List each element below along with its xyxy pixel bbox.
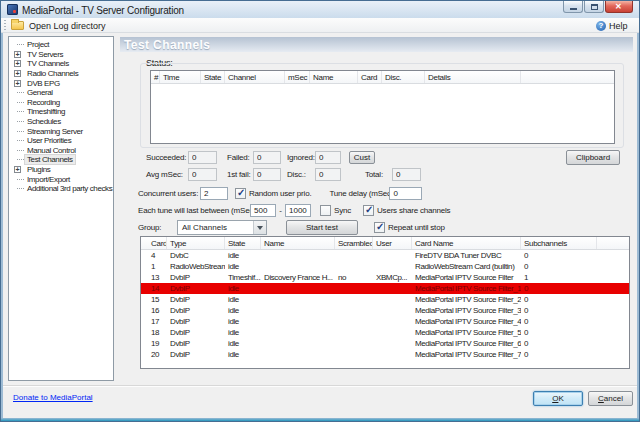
column-header[interactable]: mSec (285, 71, 310, 83)
users-share-channels-checkbox[interactable] (363, 205, 374, 216)
column-header[interactable]: Details (425, 71, 521, 83)
column-header[interactable]: Disc. (382, 71, 425, 83)
tree-item-import-export[interactable]: Import/Export (14, 174, 113, 184)
tree-item-dvb-epg[interactable]: +DVB EPG (14, 78, 113, 88)
help-label: Help (609, 21, 628, 31)
column-header[interactable] (521, 71, 614, 83)
card-row[interactable]: 18DvbIPidleMediaPortal IPTV Source Filte… (141, 327, 629, 338)
card-row[interactable]: 15DvbIPidleMediaPortal IPTV Source Filte… (141, 294, 629, 305)
column-header[interactable]: Scrambled (335, 237, 373, 249)
column-header[interactable]: Card Name (412, 237, 521, 249)
tree-item-label: Recording (25, 98, 62, 107)
cancel-button[interactable]: Cancel (588, 391, 633, 406)
column-header[interactable]: Type (167, 237, 225, 249)
column-header[interactable]: User (373, 237, 412, 249)
card-cell: 4 (141, 250, 167, 261)
column-header[interactable]: Name (261, 237, 335, 249)
close-button[interactable]: ✕ (605, 1, 633, 13)
concurrent-users-field[interactable] (200, 187, 228, 200)
chevron-down-icon[interactable] (253, 221, 266, 234)
card-cell: MediaPortal IPTV Source Filter_3 (412, 305, 521, 316)
cards-listview[interactable]: CardTypeStateNameScrambledUserCard NameS… (140, 236, 630, 369)
card-row[interactable]: 14DvbIPidleMediaPortal IPTV Source Filte… (141, 283, 629, 294)
status-listview[interactable]: #TimeStateChannelmSecNameCardDisc.Detail… (150, 70, 615, 144)
card-cell: no (335, 272, 373, 283)
card-cell (261, 250, 335, 261)
expand-icon[interactable]: + (14, 166, 21, 173)
cust-button[interactable]: Cust (349, 151, 375, 164)
card-row[interactable]: 16DvbIPidleMediaPortal IPTV Source Filte… (141, 305, 629, 316)
start-test-button[interactable]: Start test (286, 220, 358, 235)
tree-item-label: Additional 3rd party checks (25, 184, 114, 193)
tree-item-streaming-server[interactable]: Streaming Server (14, 126, 113, 136)
tree-item-project[interactable]: Project (14, 40, 113, 50)
tune-max-field[interactable] (285, 204, 311, 217)
tree-item-label: Test Channels (25, 155, 75, 164)
avg-msec-field[interactable] (188, 168, 217, 181)
tree-item-label: Project (25, 40, 51, 49)
ignored-field[interactable] (315, 151, 341, 164)
minimize-button[interactable] (563, 1, 583, 13)
tree-item-general[interactable]: General (14, 88, 113, 98)
card-cell (373, 338, 412, 349)
tree-item-label: TV Channels (25, 59, 71, 68)
ok-button[interactable]: OK (533, 391, 583, 406)
repeat-until-stop-checkbox[interactable] (374, 222, 385, 233)
clipboard-button[interactable]: Clipboard (566, 150, 620, 165)
tree-item-tv-servers[interactable]: +TV Servers (14, 50, 113, 60)
tree-glyph-zone (14, 179, 25, 180)
expand-icon[interactable]: + (14, 60, 21, 67)
card-cell: idle (225, 316, 261, 327)
tune-min-field[interactable] (250, 204, 276, 217)
repeat-until-stop-label: Repeat until stop (388, 223, 445, 232)
card-row[interactable]: 20DvbIPidleMediaPortal IPTV Source Filte… (141, 349, 629, 360)
tree-item-user-priorities[interactable]: User Priorities (14, 136, 113, 146)
tree-connector (17, 102, 24, 103)
tree-item-manual-control[interactable]: Manual Control (14, 146, 113, 156)
column-header[interactable]: Subchannels (521, 237, 597, 249)
card-row[interactable]: 1RadioWebStreamidleRadioWebStream Card (… (141, 261, 629, 272)
tree-item-test-channels[interactable]: Test Channels (14, 155, 113, 165)
card-row[interactable]: 19DvbIPidleMediaPortal IPTV Source Filte… (141, 338, 629, 349)
card-row[interactable]: 4DvbCidleFireDTV BDA Tuner DVBC0 (141, 250, 629, 261)
expand-icon[interactable]: + (14, 51, 21, 58)
column-header[interactable]: Name (310, 71, 358, 83)
card-row[interactable]: 17DvbIPidleMediaPortal IPTV Source Filte… (141, 316, 629, 327)
column-header[interactable]: Card (141, 237, 167, 249)
column-header[interactable]: # (151, 71, 160, 83)
ok-button-label: OK (534, 394, 582, 403)
first-fail-field[interactable] (253, 168, 281, 181)
failed-field[interactable] (253, 151, 281, 164)
tree-glyph-zone (14, 150, 25, 151)
group-dropdown[interactable]: All Channels (177, 220, 267, 235)
tree-item-recording[interactable]: Recording (14, 98, 113, 108)
column-header[interactable]: State (201, 71, 225, 83)
column-header[interactable] (597, 237, 629, 249)
column-header[interactable]: Time (160, 71, 201, 83)
open-log-directory-button[interactable]: Open Log directory (29, 21, 106, 31)
tree-item-additional-3rd-party-checks[interactable]: Additional 3rd party checks (14, 184, 113, 194)
maximize-button[interactable] (584, 1, 604, 13)
tree-item-plugins[interactable]: +Plugins (14, 165, 113, 175)
column-header[interactable]: Card (358, 71, 382, 83)
title-bar[interactable]: MediaPortal - TV Server Configuration (1, 1, 639, 18)
tree-item-tv-channels[interactable]: +TV Channels (14, 59, 113, 69)
tree-item-radio-channels[interactable]: +Radio Channels (14, 69, 113, 79)
card-cell: DvbIP (167, 305, 225, 316)
random-user-prio-checkbox[interactable] (235, 188, 246, 199)
tune-delay-field[interactable] (389, 187, 422, 200)
succeeded-field[interactable] (188, 151, 217, 164)
card-row[interactable]: 13DvbIPTimeshif...Discovery France H...n… (141, 272, 629, 283)
expand-icon[interactable]: + (14, 70, 21, 77)
total-field[interactable] (392, 168, 421, 181)
column-header[interactable]: State (225, 237, 261, 249)
expand-icon[interactable]: + (14, 80, 21, 87)
tree-item-timeshifting[interactable]: Timeshifting (14, 107, 113, 117)
donate-link[interactable]: Donate to MediaPortal (13, 393, 93, 402)
sync-checkbox[interactable] (320, 205, 331, 216)
tree-item-schedules[interactable]: Schedules (14, 117, 113, 127)
toolbar-grip[interactable] (4, 20, 6, 30)
disc-field[interactable] (315, 168, 341, 181)
card-cell: 0 (521, 327, 597, 338)
column-header[interactable]: Channel (225, 71, 285, 83)
